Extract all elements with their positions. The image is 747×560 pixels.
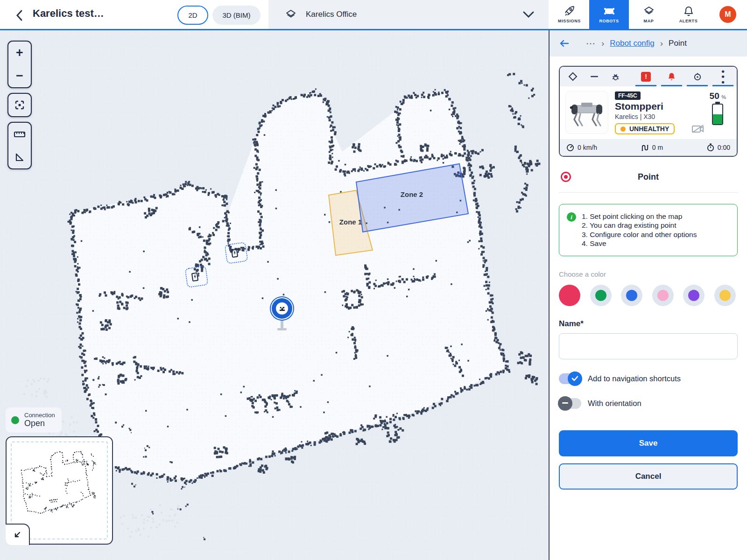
status-badge: UNHEALTHY — [615, 123, 675, 134]
robot-icon — [603, 6, 615, 17]
nav-item-missions[interactable]: MISSIONS — [550, 0, 589, 29]
measure-angle-button[interactable] — [8, 146, 31, 168]
instruction-step: 3. Configure color and other options — [582, 230, 697, 239]
instruction-step: 2. You can drag existing point — [582, 221, 697, 230]
camera-off-icon — [691, 124, 704, 133]
status-dot — [620, 126, 626, 132]
marker-base — [277, 328, 287, 330]
map-selector[interactable]: Karelics Office — [268, 0, 549, 29]
error-alert-icon: ! — [641, 72, 651, 82]
battery-icon — [712, 104, 723, 125]
color-swatch-yellow[interactable] — [714, 285, 736, 306]
divider — [559, 192, 738, 193]
zone-1-label: Zone 1 — [339, 218, 362, 226]
minimap-collapse-button[interactable] — [6, 524, 30, 545]
orientation-label: With orientation — [588, 399, 641, 408]
kebab-icon: ••• — [721, 69, 725, 84]
speed-stat: 0 km/h — [566, 144, 597, 152]
nav-item-alerts[interactable]: ALERTS — [669, 0, 708, 29]
color-swatch-green[interactable] — [590, 285, 612, 306]
ruler-icon — [14, 131, 26, 138]
layers-icon — [285, 9, 296, 20]
distance-stat: 0 m — [641, 144, 663, 152]
marker-sign — [272, 298, 292, 319]
stopwatch-icon — [707, 143, 714, 152]
connection-status: Connection Open — [6, 407, 62, 433]
charger-icon — [190, 270, 203, 283]
robot-card-toolbar: ! ••• — [560, 67, 737, 86]
instruction-step: 1. Set point clicking on the map — [582, 212, 697, 221]
save-button[interactable]: Save — [559, 430, 738, 456]
color-swatch-purple[interactable] — [683, 285, 705, 306]
connection-label: Connection — [24, 412, 55, 419]
card-menu-button[interactable]: ••• — [710, 67, 736, 86]
tab-target[interactable] — [684, 67, 710, 86]
color-swatch-blue[interactable] — [621, 285, 642, 306]
route-icon — [641, 144, 649, 152]
point-section-title: Point — [638, 172, 659, 182]
name-input[interactable] — [559, 333, 738, 359]
set-square-icon — [14, 152, 25, 162]
arrow-down-left-icon — [13, 530, 22, 539]
robot-tag-badge: FF-45C — [615, 91, 641, 100]
bug-icon[interactable] — [611, 72, 620, 81]
breadcrumb-current: Point — [669, 39, 687, 48]
main-nav: MISSIONS ROBOTS MAP ALERTS M — [550, 0, 747, 29]
color-swatch-pink[interactable] — [652, 285, 674, 306]
battery-indicator: 50 % — [704, 91, 731, 134]
robot-card-body: FF-45C Stompperi Karelics | X30 UNHEALTH… — [560, 86, 737, 139]
red-bell-icon — [667, 72, 676, 81]
minimap[interactable] — [6, 436, 113, 545]
charging-station-marker[interactable] — [184, 266, 208, 288]
view-toggle-3d[interactable]: 3D (BIM) — [212, 6, 261, 25]
nav-shortcut-toggle[interactable] — [559, 373, 581, 384]
breadcrumb-back-button[interactable] — [559, 39, 570, 48]
point-section-header: Point — [559, 169, 738, 185]
breadcrumb-link-robot-config[interactable]: Robot config — [610, 39, 654, 48]
minus-icon[interactable] — [591, 76, 598, 77]
point-target-icon — [561, 172, 571, 182]
check-icon — [571, 376, 578, 381]
zoom-in-button[interactable]: + — [8, 42, 31, 64]
breadcrumb-separator: › — [660, 38, 663, 49]
zoom-out-button[interactable]: − — [8, 64, 31, 87]
cancel-button[interactable]: Cancel — [559, 463, 738, 490]
charging-station-marker[interactable] — [224, 242, 248, 264]
choose-color-label: Choose a color — [559, 270, 738, 278]
map-selector-label: Karelics Office — [306, 10, 357, 19]
view-toggle-2d[interactable]: 2D — [177, 6, 208, 25]
focus-scan-icon — [14, 99, 25, 111]
measure-distance-button[interactable] — [8, 123, 31, 146]
nav-shortcut-toggle-row: Add to navigation shortcuts — [559, 373, 738, 384]
color-swatch-red[interactable] — [559, 285, 580, 306]
back-button[interactable] — [12, 8, 26, 22]
robot-card[interactable]: ! ••• — [559, 66, 738, 157]
orientation-toggle[interactable] — [559, 398, 581, 409]
breadcrumb-separator: › — [601, 38, 604, 49]
tab-alerts[interactable] — [659, 67, 684, 86]
instructions-box: i 1. Set point clicking on the map 2. Yo… — [559, 204, 738, 256]
point-marker[interactable] — [272, 298, 292, 332]
breadcrumb-ellipsis[interactable]: ⋯ — [586, 38, 596, 49]
map-viewport[interactable]: Zone 1 Zone 2 — [0, 30, 550, 560]
side-panel: ⋯ › Robot config › Point — [550, 30, 747, 560]
locate-diamond-icon[interactable] — [568, 72, 578, 81]
info-icon: i — [567, 212, 576, 222]
color-swatches — [559, 285, 738, 306]
map-layers-icon — [643, 6, 655, 17]
connection-value: Open — [24, 419, 55, 428]
nav-item-robots[interactable]: ROBOTS — [589, 0, 629, 29]
instruction-step: 4. Save — [582, 239, 697, 248]
rocket-icon — [564, 6, 575, 17]
recenter-button[interactable] — [8, 94, 31, 116]
chevron-down-icon — [522, 11, 535, 18]
user-avatar[interactable]: M — [719, 6, 736, 23]
top-header: Karelics test… 2D 3D (BIM) Karelics Offi… — [0, 0, 747, 30]
minus-icon — [562, 402, 568, 404]
speedometer-icon — [566, 144, 574, 152]
tab-errors[interactable]: ! — [633, 67, 659, 86]
nav-item-map[interactable]: MAP — [629, 0, 669, 29]
map-controls: + − — [7, 41, 32, 169]
battery-unit: % — [721, 94, 726, 100]
charger-icon — [229, 246, 243, 259]
